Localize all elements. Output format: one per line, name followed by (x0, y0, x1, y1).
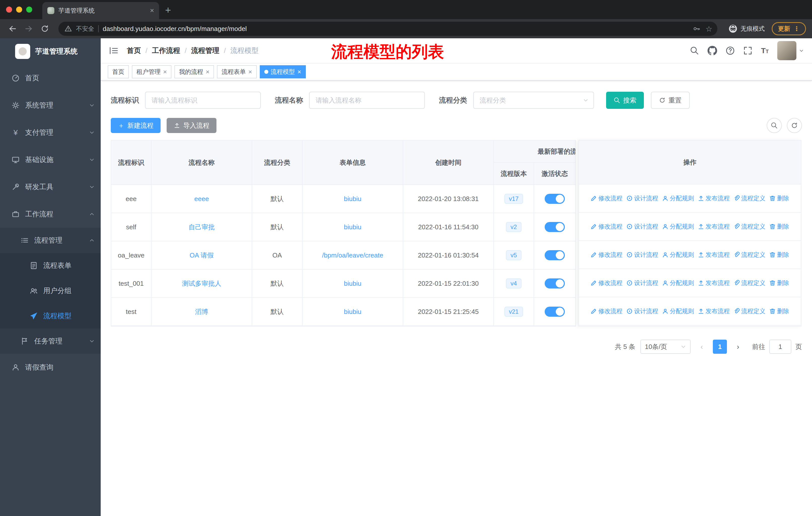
prev-page-button[interactable]: ‹ (696, 340, 708, 354)
sidebar-item-user-group[interactable]: 用户分组 (0, 278, 101, 303)
import-process-button[interactable]: 导入流程 (167, 118, 216, 133)
tag-tenant[interactable]: 租户管理 × (132, 65, 171, 78)
breadcrumb-home[interactable]: 首页 (127, 46, 141, 55)
avatar[interactable] (777, 41, 796, 60)
search-button[interactable]: 搜索 (606, 92, 644, 109)
breadcrumb-workflow[interactable]: 工作流程 (152, 46, 180, 55)
assign-rule-link[interactable]: 分配规则 (662, 251, 694, 259)
process-definition-link[interactable]: 流程定义 (734, 307, 765, 315)
design-process-link[interactable]: 设计流程 (627, 194, 658, 202)
process-name-link[interactable]: OA 请假 (190, 251, 213, 260)
menu-dots-icon[interactable]: ⋮ (794, 25, 800, 32)
active-status-toggle[interactable] (545, 194, 565, 204)
delete-link[interactable]: 删除 (770, 279, 789, 287)
edit-process-link[interactable]: 修改流程 (591, 194, 622, 202)
process-name-link[interactable]: 测试多审批人 (182, 279, 221, 288)
publish-process-link[interactable]: 发布流程 (698, 222, 730, 230)
assign-rule-link[interactable]: 分配规则 (662, 307, 694, 315)
font-size-icon[interactable]: TT (761, 46, 769, 55)
form-info-link[interactable]: biubiu (344, 280, 361, 288)
tag-home[interactable]: 首页 (108, 65, 129, 78)
delete-link[interactable]: 删除 (770, 251, 789, 259)
publish-process-link[interactable]: 发布流程 (698, 194, 730, 202)
sidebar-item-devtools[interactable]: 研发工具 (0, 173, 101, 200)
delete-link[interactable]: 删除 (770, 194, 789, 202)
delete-link[interactable]: 删除 (770, 222, 789, 230)
process-name-link[interactable]: eeee (194, 195, 209, 203)
sidebar-item-payment[interactable]: ¥ 支付管理 (0, 119, 101, 146)
form-info-link[interactable]: /bpm/oa/leave/create (322, 251, 383, 259)
goto-page-input[interactable] (769, 340, 791, 354)
design-process-link[interactable]: 设计流程 (627, 307, 658, 315)
active-status-toggle[interactable] (545, 278, 565, 289)
tag-my-process[interactable]: 我的流程 × (174, 65, 214, 78)
reset-button[interactable]: 重置 (651, 92, 690, 109)
edit-process-link[interactable]: 修改流程 (591, 307, 622, 315)
sidebar-item-infrastructure[interactable]: 基础设施 (0, 146, 101, 173)
table-refresh-button[interactable] (787, 118, 802, 133)
sidebar-item-home[interactable]: 首页 (0, 64, 101, 92)
publish-process-link[interactable]: 发布流程 (698, 279, 730, 287)
create-process-button[interactable]: ＋ 新建流程 (111, 118, 161, 133)
current-page-button[interactable]: 1 (713, 340, 727, 354)
tag-process-model[interactable]: 流程模型 × (260, 65, 306, 78)
active-status-toggle[interactable] (545, 250, 565, 260)
table-search-button[interactable] (767, 118, 782, 133)
publish-process-link[interactable]: 发布流程 (698, 251, 730, 259)
forward-button[interactable] (22, 22, 35, 35)
new-tab-button[interactable]: + (165, 5, 171, 15)
close-window-button[interactable] (6, 6, 12, 12)
close-icon[interactable]: × (248, 69, 252, 75)
close-icon[interactable]: × (206, 69, 209, 75)
form-info-link[interactable]: biubiu (344, 195, 361, 203)
sidebar-item-process-form[interactable]: 流程表单 (0, 253, 101, 278)
active-status-toggle[interactable] (545, 222, 565, 232)
form-info-link[interactable]: biubiu (344, 308, 361, 316)
sidebar-item-leave-query[interactable]: 请假查询 (0, 354, 101, 381)
sidebar-item-process-management[interactable]: 流程管理 (0, 228, 101, 253)
category-select[interactable]: 流程分类 (473, 92, 594, 109)
design-process-link[interactable]: 设计流程 (627, 251, 658, 259)
close-icon[interactable]: × (297, 69, 301, 75)
next-page-button[interactable]: › (732, 340, 744, 354)
publish-process-link[interactable]: 发布流程 (698, 307, 730, 315)
assign-rule-link[interactable]: 分配规则 (662, 194, 694, 202)
page-size-select[interactable]: 10条/页 (640, 340, 691, 354)
back-button[interactable] (6, 22, 19, 35)
address-bar[interactable]: 不安全 dashboard.yudao.iocoder.cn/bpm/manag… (58, 22, 717, 36)
close-icon[interactable]: × (163, 69, 167, 75)
process-definition-link[interactable]: 流程定义 (734, 279, 765, 287)
tab-close-icon[interactable]: × (150, 7, 154, 14)
user-menu[interactable] (777, 41, 804, 60)
github-icon[interactable] (707, 46, 717, 55)
process-id-input[interactable] (145, 92, 261, 109)
tag-process-form[interactable]: 流程表单 × (217, 65, 257, 78)
maximize-window-button[interactable] (26, 6, 32, 12)
design-process-link[interactable]: 设计流程 (627, 279, 658, 287)
assign-rule-link[interactable]: 分配规则 (662, 222, 694, 230)
process-name-link[interactable]: 自己审批 (188, 223, 215, 232)
key-icon[interactable] (693, 25, 700, 32)
help-icon[interactable] (726, 46, 735, 55)
process-name-input[interactable] (309, 92, 425, 109)
fullscreen-icon[interactable] (743, 46, 752, 55)
process-definition-link[interactable]: 流程定义 (734, 251, 765, 259)
hamburger-icon[interactable] (109, 46, 119, 56)
edit-process-link[interactable]: 修改流程 (591, 251, 622, 259)
active-status-toggle[interactable] (545, 307, 565, 317)
browser-tab[interactable]: 芋道管理系统 × (42, 2, 159, 19)
form-info-link[interactable]: biubiu (344, 223, 361, 231)
search-icon[interactable] (690, 46, 699, 55)
bookmark-star-icon[interactable]: ☆ (705, 24, 712, 33)
delete-link[interactable]: 删除 (770, 307, 789, 315)
process-name-link[interactable]: 滔博 (195, 307, 208, 316)
edit-process-link[interactable]: 修改流程 (591, 279, 622, 287)
process-definition-link[interactable]: 流程定义 (734, 194, 765, 202)
sidebar-item-process-model[interactable]: 流程模型 (0, 303, 101, 329)
edit-process-link[interactable]: 修改流程 (591, 222, 622, 230)
app-logo[interactable]: 芋道管理系统 (0, 38, 101, 64)
minimize-window-button[interactable] (16, 6, 22, 12)
design-process-link[interactable]: 设计流程 (627, 222, 658, 230)
process-definition-link[interactable]: 流程定义 (734, 222, 765, 230)
sidebar-item-workflow[interactable]: 工作流程 (0, 200, 101, 228)
